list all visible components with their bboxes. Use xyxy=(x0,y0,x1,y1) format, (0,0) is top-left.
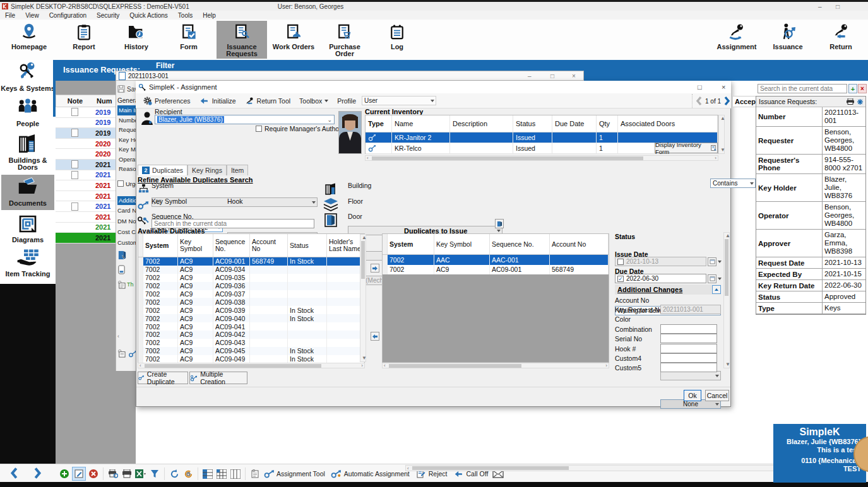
grid-view1-button[interactable] xyxy=(201,467,214,480)
due-date-dropdown-icon[interactable] xyxy=(718,278,722,280)
pin-panel-icon[interactable] xyxy=(857,99,863,105)
due-date-checkbox[interactable]: ✓ xyxy=(617,276,624,282)
profile-select[interactable]: User xyxy=(362,96,436,105)
due-date-field[interactable]: ✓2022-06-30 xyxy=(615,274,722,283)
move-right-button[interactable] xyxy=(371,264,379,273)
issue-date-calendar-icon[interactable] xyxy=(708,257,716,266)
duplicate-to-issue-row[interactable]: 7002AC9AC09-001568749 xyxy=(383,265,609,275)
edit-record-button[interactable] xyxy=(72,467,86,481)
available-duplicate-row[interactable]: 7002AC9AC09-038 xyxy=(138,298,364,306)
menu-security[interactable]: Security xyxy=(92,12,124,19)
account-no-select[interactable] xyxy=(660,371,721,380)
print-preview-button[interactable] xyxy=(107,467,119,480)
tab-duplicates[interactable]: 2 Duplicates xyxy=(138,165,187,175)
toolbar-form[interactable]: Form xyxy=(165,21,213,59)
dialog-close-icon[interactable]: × xyxy=(722,83,725,91)
toolbar-homepage[interactable]: Homepage xyxy=(4,21,54,59)
note-list-button[interactable] xyxy=(249,467,261,480)
cancel-button[interactable]: Cancel xyxy=(705,390,729,401)
print-button[interactable] xyxy=(121,467,133,480)
ok-button[interactable]: Ok xyxy=(684,390,701,401)
grid-view3-button[interactable] xyxy=(229,467,242,480)
refresh-schedule-button[interactable] xyxy=(182,467,194,480)
available-duplicate-row[interactable]: 7002AC9AC09-042 xyxy=(138,331,364,339)
create-duplicate-button[interactable]: Create Duplicate xyxy=(138,372,188,384)
sidebar-item-people[interactable]: People xyxy=(0,97,56,131)
available-vscrollbar[interactable]: ▲▼ xyxy=(360,234,366,362)
request-nav-item[interactable]: Main Inf xyxy=(117,105,138,115)
inventory-hscrollbar[interactable]: ‹› xyxy=(365,155,718,161)
serial-no-input[interactable] xyxy=(660,334,717,343)
recipient-select[interactable]: Blazer, Julie (WB8376) ⌄ xyxy=(155,115,335,124)
request-nav-item[interactable]: Requeste xyxy=(117,125,138,135)
hook-number-input[interactable] xyxy=(660,344,717,353)
toolbar-issuance-requests[interactable]: Issuance Requests xyxy=(217,21,267,59)
next-page-icon[interactable] xyxy=(33,467,43,479)
filter-button[interactable]: Filter xyxy=(156,61,174,70)
available-duplicate-row[interactable]: 7002AC9AC09-045In Stock xyxy=(138,347,364,355)
additional-section-header[interactable]: Addition xyxy=(117,196,138,205)
available-duplicate-row[interactable]: 7002AC9AC09-041 xyxy=(138,322,364,331)
toolbox-dropdown[interactable]: Toolbox xyxy=(296,95,331,107)
grid-view2-button[interactable] xyxy=(215,467,228,480)
toolbar-return[interactable]: Return xyxy=(818,21,864,59)
available-duplicate-row[interactable]: 7002AC9AC09-043 xyxy=(138,339,364,347)
pager-prev-icon[interactable] xyxy=(695,96,703,106)
minimize-button[interactable]: – xyxy=(818,3,822,10)
prev-page-icon[interactable] xyxy=(9,467,19,479)
menu-help[interactable]: Help xyxy=(198,12,221,19)
filter-funnel-button[interactable] xyxy=(148,467,161,480)
current-data-search-input[interactable] xyxy=(758,84,847,93)
toolbar-assignment[interactable]: Assignment xyxy=(712,21,761,59)
request-window-titlebar[interactable]: 20211013-001 – □ × xyxy=(116,71,584,81)
rw-minimize-icon[interactable]: – xyxy=(528,73,532,79)
delete-record-button[interactable] xyxy=(87,467,100,480)
sidebar-item-diagrams[interactable]: Diagrams xyxy=(0,213,56,245)
menu-quick-actions[interactable]: Quick Actions xyxy=(124,12,173,19)
assignment-tool-icon[interactable] xyxy=(263,467,275,480)
sidebar-item-keys-systems[interactable]: Keys & Systems xyxy=(0,60,56,95)
dialog-maximize-icon[interactable]: □ xyxy=(698,83,702,91)
tab-item[interactable]: Item xyxy=(227,165,248,175)
duplicate-to-issue-row[interactable]: 7002AACAAC-001 xyxy=(383,255,609,265)
automatic-assignment-icon[interactable] xyxy=(330,467,343,480)
rw-maximize-icon[interactable]: □ xyxy=(550,73,554,79)
automatic-assignment-label[interactable]: Automatic Assignment xyxy=(344,470,410,478)
contains-select[interactable]: Contains xyxy=(710,179,756,188)
toolbar-history[interactable]: History xyxy=(112,21,161,59)
request-nav-item[interactable]: Number xyxy=(117,115,138,126)
status-panel-scrollbar[interactable]: ▲▼ xyxy=(723,232,730,368)
toolbar-report[interactable]: Report xyxy=(60,21,108,59)
sidebar-item-documents[interactable]: Documents xyxy=(1,175,54,210)
available-hscrollbar[interactable]: ‹› xyxy=(138,363,365,368)
additional-changes-header[interactable]: Additional Changes xyxy=(615,285,721,295)
collapse-button[interactable] xyxy=(712,285,721,294)
clear-filter-button[interactable]: × xyxy=(858,84,867,93)
custom4-input[interactable] xyxy=(660,353,717,363)
sidebar-item-item-tracking[interactable]: Item Tracking xyxy=(0,247,56,282)
inventory-vscrollbar[interactable]: ▲▼ xyxy=(718,115,725,154)
request-nav-item[interactable]: Key Hold xyxy=(117,135,138,145)
issue-date-checkbox[interactable] xyxy=(617,259,624,265)
combination-input[interactable] xyxy=(660,324,717,334)
available-duplicate-row[interactable]: 7002AC9AC09-001568749In Stock xyxy=(138,257,364,266)
preferences-button[interactable]: Preferences xyxy=(140,95,194,107)
toolbar-purchase-order[interactable]: Purchase Order xyxy=(319,21,371,59)
request-nav-item[interactable]: Reason xyxy=(117,164,138,174)
pager-next-icon[interactable] xyxy=(723,96,731,106)
available-duplicate-row[interactable]: 7002AC9AC09-049In Stock xyxy=(138,355,364,363)
export-excel-button[interactable] xyxy=(134,467,147,480)
display-inventory-form-button[interactable]: Display Inventory Form xyxy=(655,143,718,153)
toissue-hscrollbar[interactable]: ‹› xyxy=(382,363,609,368)
available-duplicate-row[interactable]: 7002AC9AC09-035 xyxy=(138,274,364,282)
menu-file[interactable]: File xyxy=(0,12,20,19)
add-record-button[interactable] xyxy=(58,467,71,480)
available-duplicate-row[interactable]: 7002AC9AC09-036 xyxy=(138,282,364,290)
maximize-button[interactable]: □ xyxy=(836,3,840,10)
issue-date-field[interactable]: 2021-10-13 xyxy=(615,257,722,266)
tab-key-rings[interactable]: Key Rings xyxy=(187,165,227,175)
initialize-button[interactable]: Initialize xyxy=(196,95,239,107)
toolbar-work-orders[interactable]: Work Orders xyxy=(270,21,318,59)
assignment-dialog-titlebar[interactable]: SimpleK - Assignment □ × xyxy=(136,81,731,94)
issue-date-dropdown-icon[interactable] xyxy=(718,261,722,263)
